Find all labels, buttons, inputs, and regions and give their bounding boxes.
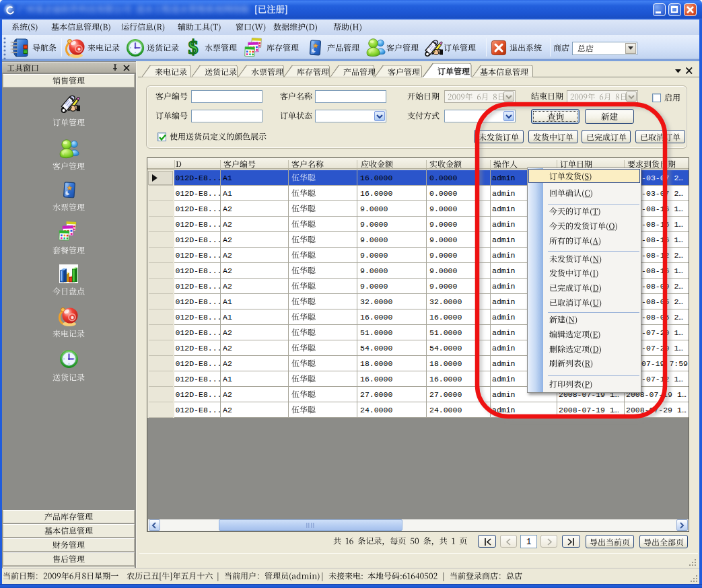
svg-text:$: $ [188, 37, 198, 59]
